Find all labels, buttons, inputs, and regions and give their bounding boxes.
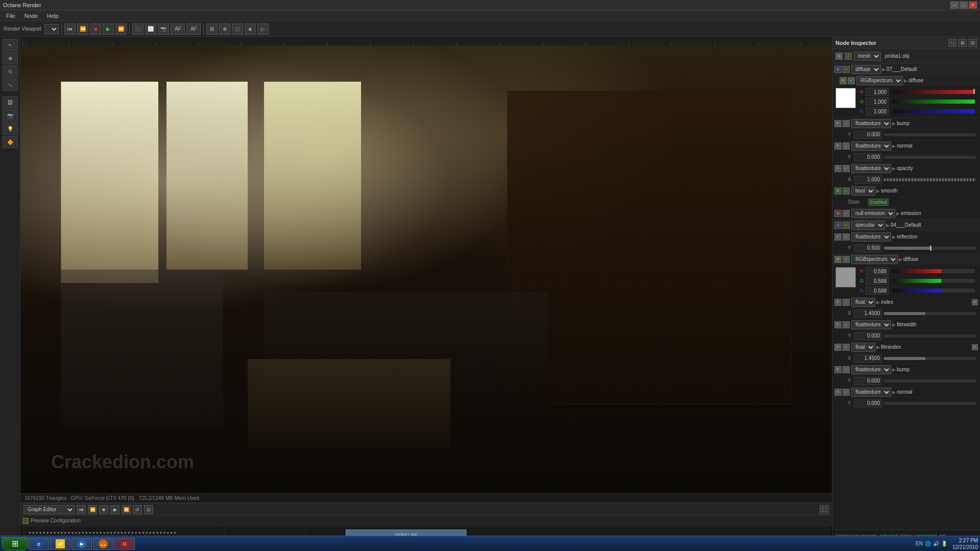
tb-grid[interactable]: ⊞ — [206, 23, 218, 35]
index-slider[interactable] — [884, 312, 976, 315]
mesh-check[interactable]: ✓ — [845, 53, 852, 60]
graph-fullscreen[interactable]: ⛶ — [820, 505, 829, 514]
graph-editor-select[interactable]: Graph Editor — [23, 505, 75, 514]
b-value-field[interactable] — [866, 107, 889, 115]
normal-slider[interactable] — [884, 156, 976, 159]
normal2-type-select[interactable]: floattexture — [851, 388, 891, 397]
filmwidth-y-field[interactable] — [854, 332, 882, 340]
tb-prev-frame[interactable]: ⏪ — [77, 23, 88, 35]
r2-value-field[interactable] — [866, 267, 889, 275]
taskbar-app-ie[interactable]: e — [29, 538, 49, 550]
graph-btn-stop[interactable]: ■ — [99, 505, 108, 514]
rgb-spectrum-select[interactable]: RGBspectrum — [856, 76, 903, 85]
opacity-slider[interactable] — [884, 178, 976, 181]
normal-check[interactable]: ✓ — [843, 142, 850, 150]
rgb2-check[interactable]: ✓ — [843, 256, 850, 263]
menu-file[interactable]: File — [2, 12, 19, 20]
graph-btn-next[interactable]: ⏩ — [122, 505, 131, 514]
sidebar-light-icon[interactable]: 💡 — [3, 123, 18, 135]
ni-btn-3[interactable]: ⊟ — [969, 39, 977, 47]
sidebar-rotate-tool[interactable]: ↻ — [3, 65, 18, 78]
sidebar-camera-icon[interactable]: 📷 — [3, 109, 18, 122]
preview-config-checkbox[interactable] — [22, 518, 29, 524]
g2-value-field[interactable] — [866, 277, 889, 285]
sidebar-material-icon[interactable]: 🔶 — [3, 136, 18, 148]
graph-btn-1[interactable]: ⏮ — [77, 505, 86, 514]
opacity-type-select[interactable]: floattexture — [851, 164, 891, 173]
taskbar-app-explorer[interactable]: 📁 — [50, 538, 70, 550]
graph-btn-fit[interactable]: ⊡ — [144, 505, 153, 514]
taskbar-app-firefox[interactable]: 🦊 — [93, 538, 113, 550]
bump2-type-select[interactable]: floattexture — [851, 365, 891, 374]
tb-play[interactable]: ▶ — [103, 23, 114, 35]
tb-first-frame[interactable]: ⏮ — [64, 23, 76, 35]
g-value-field[interactable] — [866, 98, 889, 106]
graph-btn-play[interactable]: ▶ — [110, 505, 119, 514]
filmindex-type-select[interactable]: float — [851, 343, 875, 352]
menu-node[interactable]: Node — [20, 12, 42, 20]
tb-pause[interactable]: ⬜ — [145, 23, 156, 35]
bump2-y-field[interactable] — [854, 377, 882, 385]
filmindex-x-field[interactable] — [854, 354, 882, 363]
color-preview-white[interactable] — [835, 88, 856, 108]
bump-check[interactable]: ✓ — [843, 120, 850, 127]
sidebar-render-icon[interactable]: 🖼 — [3, 96, 18, 108]
tb-next-frame[interactable]: ⏩ — [115, 23, 127, 35]
ni-btn-1[interactable]: ↑↓ — [948, 39, 957, 47]
r-slider[interactable] — [892, 90, 975, 94]
rgb-check[interactable]: ✓ — [848, 77, 855, 84]
bool-type-select[interactable]: bool — [851, 186, 875, 196]
sidebar-scale-tool[interactable]: ⤡ — [3, 79, 18, 91]
g2-slider[interactable] — [892, 279, 975, 283]
color-preview-gray[interactable] — [835, 267, 856, 288]
maximize-button[interactable]: □ — [960, 2, 968, 9]
index-x-field[interactable] — [854, 309, 882, 318]
opacity-a-field[interactable] — [854, 176, 882, 184]
tb-render[interactable]: ⬛ — [132, 23, 144, 35]
normal-y-field[interactable] — [854, 153, 882, 161]
filmwidth-check[interactable]: ✓ — [843, 321, 850, 328]
bump-y-field[interactable] — [854, 131, 882, 139]
specular-check[interactable]: ✓ — [843, 222, 850, 229]
filmindex-edit-icon[interactable]: ✏ — [972, 344, 978, 350]
reflection-check[interactable]: ✓ — [843, 233, 850, 241]
viewport-select[interactable] — [44, 24, 59, 34]
specular-type-select[interactable]: specular — [851, 221, 885, 230]
minimize-button[interactable]: ─ — [950, 2, 959, 9]
opacity-check[interactable]: ✓ — [843, 165, 850, 172]
graph-btn-2[interactable]: ⏪ — [88, 505, 97, 514]
tb-af1[interactable]: AF — [171, 23, 185, 35]
mesh-type-select[interactable]: mesh — [854, 52, 881, 61]
tb-play2[interactable]: ▷ — [257, 23, 269, 35]
tb-render-target[interactable]: ◈ — [245, 23, 256, 35]
g-slider[interactable] — [892, 100, 975, 104]
graph-btn-loop[interactable]: ↺ — [133, 505, 142, 514]
rgb2-spectrum-select[interactable]: RGBspectrum — [851, 255, 898, 264]
b2-slider[interactable] — [892, 289, 975, 293]
taskbar-app-media[interactable]: ▶ — [71, 538, 92, 550]
r-value-field[interactable] — [866, 88, 889, 96]
diffuse-type-select[interactable]: diffuse — [851, 65, 881, 74]
index-edit-icon[interactable]: ✏ — [972, 299, 978, 305]
bump-type-select[interactable]: floattexture — [851, 119, 891, 128]
filmindex-check[interactable]: ✓ — [843, 344, 850, 351]
filmwidth-slider[interactable] — [884, 334, 976, 338]
diffuse-check[interactable]: ✓ — [843, 66, 850, 73]
tb-crosshair[interactable]: ⊕ — [219, 23, 230, 35]
normal2-check[interactable]: ✓ — [843, 389, 850, 396]
normal2-y-field[interactable] — [854, 399, 882, 408]
close-button[interactable]: ✕ — [969, 2, 977, 9]
bump2-check[interactable]: ✓ — [843, 366, 850, 373]
tb-layers[interactable]: ◻ — [232, 23, 243, 35]
bool-check[interactable]: ✓ — [843, 187, 850, 195]
enabled-box[interactable]: Enabled — [868, 199, 889, 206]
filmindex-slider[interactable] — [884, 357, 976, 360]
emission-check[interactable]: ✓ — [843, 210, 850, 217]
normal-type-select[interactable]: floattexture — [851, 141, 891, 151]
index-check[interactable]: ✓ — [843, 299, 850, 306]
emission-type-select[interactable]: null emission — [851, 209, 895, 218]
sidebar-move-tool[interactable]: ✥ — [3, 52, 18, 64]
ni-btn-2[interactable]: ⊞ — [959, 39, 967, 47]
bump2-slider[interactable] — [884, 379, 976, 382]
reflection-type-select[interactable]: floattexture — [851, 232, 891, 242]
